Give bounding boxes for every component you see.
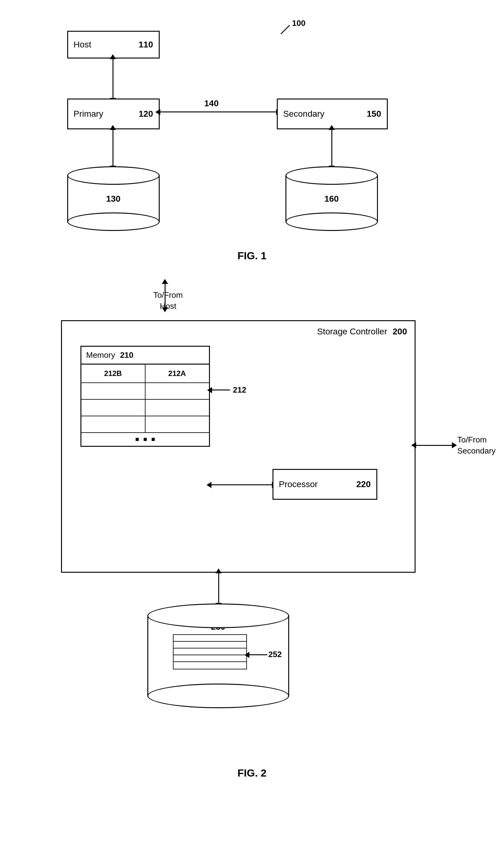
arrow-host-primary	[112, 59, 113, 99]
ref252-label: 252	[269, 650, 282, 659]
fig1-title: FIG. 1	[238, 250, 266, 262]
fig2-diagram: To/From Host Storage Controller 200 Memo…	[37, 283, 468, 782]
memory-row-4	[81, 416, 209, 433]
tofrom-host-area: To/From Host	[147, 283, 183, 312]
storage250-cylinder: 250 252	[147, 603, 289, 696]
storage250-inner-lines	[173, 634, 247, 669]
storage-controller-box: Storage Controller 200 Memory 210 212B 2…	[61, 320, 415, 573]
tofrom-secondary-label: To/From Secondary	[457, 434, 496, 457]
arrow-secondary-storage2	[331, 129, 332, 166]
processor-box: Processor 220	[272, 469, 377, 500]
ref212-label: 212	[233, 385, 246, 395]
ref-100-label: 100	[292, 19, 305, 28]
arrow-primary-secondary	[160, 112, 277, 112]
storage2-cylinder: 160	[285, 166, 378, 222]
memory-dots	[81, 433, 209, 446]
memory-box: Memory 210 212B 212A	[80, 346, 210, 447]
storage1-cylinder: 130	[67, 166, 160, 222]
arrow-memory-processor	[211, 484, 272, 485]
arrow-primary-storage1	[112, 129, 113, 166]
arrow140-label: 140	[204, 99, 219, 108]
primary-box: Primary 120	[67, 99, 160, 129]
tofrom-secondary-area: To/From Secondary	[415, 434, 496, 457]
fig1-diagram: 100 Host 110 Primary 120	[37, 12, 468, 265]
arrow-controller-storage	[218, 573, 219, 603]
secondary-box: Secondary 150	[277, 99, 388, 129]
tofrom-host-label: To/From Host	[153, 289, 183, 312]
ref212-area: 212	[211, 385, 246, 395]
ref252-arrow	[249, 654, 267, 655]
fig2-title: FIG. 2	[238, 767, 266, 779]
sc-label: Storage Controller 200	[317, 327, 407, 337]
memory-row-3	[81, 400, 209, 416]
memory-row-212: 212B 212A	[81, 364, 209, 383]
memory-row-2	[81, 383, 209, 400]
